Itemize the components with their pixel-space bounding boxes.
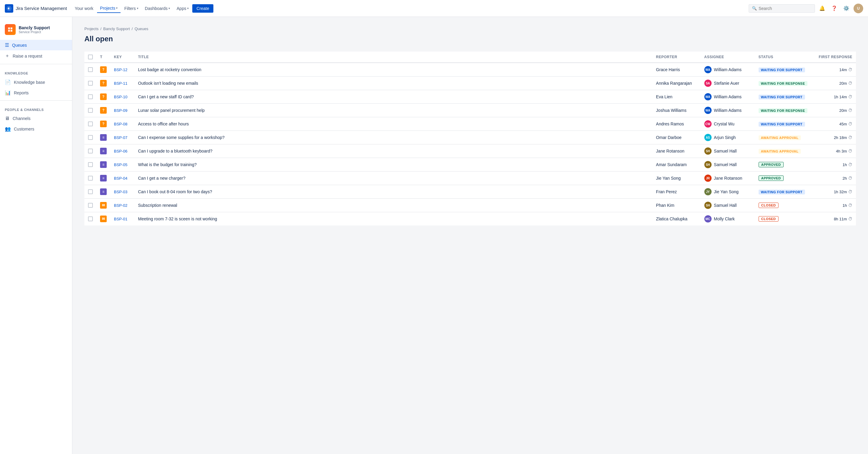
issue-title[interactable]: Meeting room 7-32 is sceen is not workin… (134, 212, 652, 226)
user-avatar[interactable]: U (854, 4, 863, 13)
issue-key[interactable]: BSP-07 (114, 135, 127, 140)
issue-title[interactable]: Can I expense some supplies for a worksh… (134, 131, 652, 144)
settings-button[interactable]: ⚙️ (841, 4, 851, 13)
issue-assignee: SH Samuel Hall (704, 161, 751, 168)
first-response: 1h 32m ⏱ (819, 189, 852, 194)
first-response-time: 4h 3m (836, 149, 847, 153)
assignee-avatar: WA (704, 66, 712, 73)
chevron-down-icon: ▾ (116, 6, 118, 10)
create-button[interactable]: Create (192, 4, 213, 13)
type-icon: ✉ (100, 216, 107, 222)
nav-apps[interactable]: Apps ▾ (174, 4, 192, 13)
issue-assignee: WA William Adams (704, 93, 751, 100)
type-icon: ? (100, 66, 107, 73)
table-row: ≡ BSP-05 What is the budget for training… (84, 158, 856, 172)
issue-title[interactable]: What is the budget for training? (134, 158, 652, 172)
first-response: 20m ⏱ (819, 108, 852, 113)
status-badge: WAITING FOR SUPPORT (758, 122, 805, 127)
assignee-name: Jie Yan Song (714, 189, 739, 194)
row-checkbox[interactable] (88, 162, 93, 167)
status-badge: CLOSED (758, 216, 778, 221)
issue-key[interactable]: BSP-04 (114, 176, 127, 181)
row-checkbox[interactable] (88, 94, 93, 99)
assignee-name: Arjun Singh (714, 135, 736, 140)
table-row: ? BSP-10 Can I get a new staff ID card? … (84, 90, 856, 104)
issue-key[interactable]: BSP-09 (114, 108, 127, 113)
table-row: ≡ BSP-03 Can I book out 8-04 room for tw… (84, 185, 856, 199)
issue-title[interactable]: Outlook isn't loading new emails (134, 77, 652, 90)
topnav: Jira Service Management Your work Projec… (0, 0, 868, 17)
issue-title[interactable]: Can I upgrade to a bluetooth keyboard? (134, 144, 652, 158)
search-box[interactable]: 🔍 (749, 4, 815, 13)
search-input[interactable] (758, 6, 812, 11)
breadcrumb-queues[interactable]: Queues (134, 27, 148, 31)
row-checkbox[interactable] (88, 216, 93, 221)
assignee-avatar: WA (704, 93, 712, 100)
issue-reporter: Amar Sundaram (652, 158, 701, 172)
app-logo[interactable]: Jira Service Management (5, 4, 67, 13)
issue-key[interactable]: BSP-05 (114, 162, 127, 167)
first-response-time: 1h 14m (834, 95, 847, 99)
issue-key[interactable]: BSP-08 (114, 122, 127, 126)
issue-title[interactable]: Subscription renewal (134, 199, 652, 212)
row-checkbox[interactable] (88, 176, 93, 181)
clock-icon: ⏱ (848, 203, 852, 208)
issue-title[interactable]: Access to office after hours (134, 117, 652, 131)
issue-reporter: Zlatica Chalupka (652, 212, 701, 226)
nav-your-work[interactable]: Your work (72, 4, 96, 13)
status-badge: WAITING FOR RESPONSE (758, 108, 807, 113)
issue-title[interactable]: Can I get a new charger? (134, 172, 652, 185)
first-response: 2h 18m ⏱ (819, 135, 852, 140)
col-header-title: Title (134, 52, 652, 63)
sidebar-item-reports[interactable]: 📊 Reports (0, 87, 72, 98)
issue-key[interactable]: BSP-02 (114, 203, 127, 208)
row-checkbox[interactable] (88, 135, 93, 140)
issue-assignee: CW Crystal Wu (704, 120, 751, 127)
issue-title[interactable]: Can I book out 8-04 room for two days? (134, 185, 652, 199)
status-badge: WAITING FOR SUPPORT (758, 190, 805, 194)
issue-key[interactable]: BSP-06 (114, 149, 127, 153)
row-checkbox[interactable] (88, 81, 93, 86)
issue-assignee: SH Samuel Hall (704, 202, 751, 209)
sidebar-item-channels[interactable]: 🖥 Channels (0, 113, 72, 124)
sidebar-item-knowledge-base[interactable]: 📄 Knowledge base (0, 77, 72, 87)
notifications-button[interactable]: 🔔 (817, 4, 827, 13)
row-checkbox[interactable] (88, 121, 93, 126)
clock-icon: ⏱ (848, 189, 852, 194)
row-checkbox[interactable] (88, 203, 93, 208)
issue-title[interactable]: Lost badge at rocketry convention (134, 63, 652, 77)
sidebar-item-raise-request[interactable]: ＋ Raise a request (0, 50, 72, 61)
first-response: 1h 14m ⏱ (819, 94, 852, 99)
issue-title[interactable]: Can I get a new staff ID card? (134, 90, 652, 104)
issue-reporter: Jie Yan Song (652, 172, 701, 185)
sidebar-item-queues[interactable]: ☰ Queues (0, 40, 72, 50)
nav-filters[interactable]: Filters ▾ (121, 4, 141, 13)
help-button[interactable]: ❓ (830, 4, 839, 13)
nav-dashboards[interactable]: Dashboards ▾ (142, 4, 173, 13)
issue-key[interactable]: BSP-03 (114, 190, 127, 194)
breadcrumb-bancly-support[interactable]: Bancly Support (103, 27, 130, 31)
row-checkbox[interactable] (88, 189, 93, 194)
clock-icon: ⏱ (848, 162, 852, 167)
select-all-checkbox[interactable] (88, 55, 93, 59)
status-badge: CLOSED (758, 203, 778, 208)
table-row: ≡ BSP-04 Can I get a new charger? Jie Ya… (84, 172, 856, 185)
assignee-name: Samuel Hall (714, 203, 737, 208)
first-response: 1h ⏱ (819, 162, 852, 167)
clock-icon: ⏱ (848, 94, 852, 99)
issue-key[interactable]: BSP-01 (114, 217, 127, 221)
type-icon: ? (100, 80, 107, 87)
issue-key[interactable]: BSP-12 (114, 67, 127, 72)
table-row: ≡ BSP-06 Can I upgrade to a bluetooth ke… (84, 144, 856, 158)
issue-title[interactable]: Lunar solar panel procurement help (134, 104, 652, 117)
row-checkbox[interactable] (88, 67, 93, 72)
issue-key[interactable]: BSP-11 (114, 81, 127, 86)
issue-key[interactable]: BSP-10 (114, 95, 127, 99)
sidebar-item-customers[interactable]: 👥 Customers (0, 124, 72, 134)
project-header: Bancly Support Service Project (0, 22, 72, 40)
row-checkbox[interactable] (88, 108, 93, 113)
clock-icon: ⏱ (848, 108, 852, 113)
nav-projects[interactable]: Projects ▾ (97, 4, 121, 13)
breadcrumb-projects[interactable]: Projects (84, 27, 98, 31)
row-checkbox[interactable] (88, 149, 93, 153)
